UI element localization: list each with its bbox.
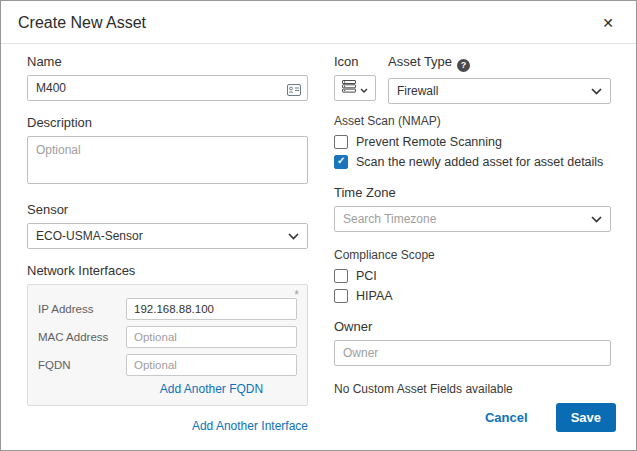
fqdn-label: FQDN: [38, 359, 126, 371]
asset-scan-label: Asset Scan (NMAP): [334, 114, 611, 128]
chevron-down-icon: [591, 84, 602, 98]
checkbox-label: Scan the newly added asset for asset det…: [356, 155, 603, 169]
icon-label: Icon: [334, 54, 376, 69]
left-column: Name Description: [27, 54, 308, 403]
network-interfaces-label: Network Interfaces: [27, 263, 308, 278]
checkbox[interactable]: [334, 155, 348, 169]
mac-address-input[interactable]: [126, 326, 297, 348]
icon-group: Icon: [334, 54, 376, 104]
name-input[interactable]: [27, 75, 308, 101]
compliance-scope-group: Compliance Scope PCI HIPAA: [334, 248, 611, 303]
owner-group: Owner: [334, 319, 611, 366]
autofill-icon[interactable]: [287, 82, 301, 100]
scan-new-asset-row[interactable]: Scan the newly added asset for asset det…: [334, 155, 611, 169]
asset-type-group: Asset Type? Firewall: [388, 54, 611, 104]
add-another-fqdn-link[interactable]: Add Another FQDN: [126, 382, 297, 396]
sensor-select[interactable]: ECO-USMA-Sensor: [27, 223, 308, 249]
checkbox[interactable]: [334, 135, 348, 149]
custom-fields-note: No Custom Asset Fields available: [334, 382, 611, 396]
checkbox-label: Prevent Remote Scanning: [356, 135, 502, 149]
create-new-asset-dialog: Create New Asset ✕ Name: [0, 0, 637, 451]
time-zone-placeholder: Search Timezone: [343, 212, 436, 226]
checkbox-label: HIPAA: [356, 289, 393, 303]
chevron-down-icon: [288, 229, 299, 243]
name-group: Name: [27, 54, 308, 101]
description-textarea[interactable]: [27, 136, 308, 184]
description-group: Description: [27, 115, 308, 188]
asset-type-select[interactable]: Firewall: [388, 78, 611, 104]
prevent-remote-scanning-row[interactable]: Prevent Remote Scanning: [334, 135, 611, 149]
pci-row[interactable]: PCI: [334, 269, 611, 283]
ip-address-label: IP Address: [38, 303, 126, 315]
hipaa-row[interactable]: HIPAA: [334, 289, 611, 303]
checkbox[interactable]: [334, 289, 348, 303]
fqdn-row: FQDN: [38, 354, 297, 376]
help-icon[interactable]: ?: [457, 59, 470, 72]
required-marker: *: [294, 288, 299, 302]
close-icon[interactable]: ✕: [598, 14, 618, 32]
checkbox-label: PCI: [356, 269, 377, 283]
asset-type-label: Asset Type?: [388, 54, 611, 72]
mac-address-label: MAC Address: [38, 331, 126, 343]
ip-address-input[interactable]: [126, 298, 297, 320]
time-zone-group: Time Zone Search Timezone: [334, 185, 611, 232]
asset-scan-group: Asset Scan (NMAP) Prevent Remote Scannin…: [334, 114, 611, 169]
icon-and-type-row: Icon: [334, 54, 611, 104]
checkbox[interactable]: [334, 269, 348, 283]
description-label: Description: [27, 115, 308, 130]
network-interface-panel: * IP Address MAC Address FQDN Add Anothe…: [27, 284, 308, 406]
save-button[interactable]: Save: [556, 403, 616, 432]
asset-icon: [342, 79, 356, 97]
dialog-footer: Cancel Save: [1, 403, 636, 450]
icon-select[interactable]: [334, 75, 376, 101]
right-column: Icon: [334, 54, 611, 403]
asset-type-select-value: Firewall: [397, 84, 438, 98]
dialog-body: Name Description: [1, 44, 636, 403]
name-label: Name: [27, 54, 308, 69]
chevron-down-icon: [591, 212, 602, 226]
sensor-label: Sensor: [27, 202, 308, 217]
owner-input[interactable]: [334, 340, 611, 366]
owner-label: Owner: [334, 319, 611, 334]
ip-address-row: IP Address: [38, 298, 297, 320]
mac-address-row: MAC Address: [38, 326, 297, 348]
sensor-group: Sensor ECO-USMA-Sensor: [27, 202, 308, 249]
time-zone-label: Time Zone: [334, 185, 611, 200]
compliance-scope-label: Compliance Scope: [334, 248, 611, 262]
dialog-header: Create New Asset ✕: [1, 1, 636, 44]
sensor-select-value: ECO-USMA-Sensor: [36, 229, 143, 243]
fqdn-input[interactable]: [126, 354, 297, 376]
chevron-down-icon: [360, 79, 368, 97]
cancel-button[interactable]: Cancel: [483, 406, 530, 429]
dialog-title: Create New Asset: [18, 14, 146, 32]
time-zone-select[interactable]: Search Timezone: [334, 206, 611, 232]
